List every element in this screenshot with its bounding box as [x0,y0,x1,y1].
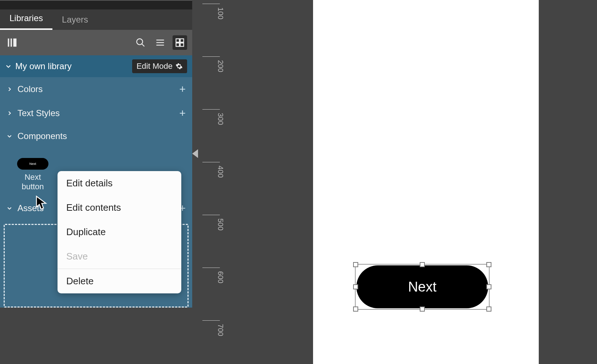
svg-point-3 [137,39,143,45]
svg-rect-11 [180,43,183,46]
selection-outline [355,264,490,310]
canvas-selected-component[interactable]: Next [355,264,490,310]
resize-handle-tm[interactable] [420,262,425,267]
section-components[interactable]: Components [0,125,192,147]
canvas-right-margin [542,0,597,364]
resize-handle-tr[interactable] [486,262,491,267]
component-context-menu: Edit details Edit contents Duplicate Sav… [58,171,181,293]
section-colors-label: Colors [17,84,43,94]
svg-rect-2 [13,39,17,47]
ruler-label: 100 [216,7,225,19]
context-delete[interactable]: Delete [58,269,181,293]
search-icon[interactable] [133,35,148,50]
context-duplicate[interactable]: Duplicate [58,220,181,244]
component-thumb-preview: Next [17,158,48,170]
section-components-label: Components [17,131,67,141]
ruler-label: 300 [216,113,225,125]
collapse-sidebar-caret[interactable] [192,149,198,158]
chevron-down-icon [5,63,12,70]
edit-mode-label: Edit Mode [137,62,173,71]
resize-handle-bl[interactable] [353,306,358,312]
tab-layers[interactable]: Layers [52,9,98,30]
library-name: My own library [15,61,72,71]
ruler-tick [202,215,220,215]
ruler-tick [202,320,220,321]
ruler-tick [202,162,220,162]
resize-handle-ml[interactable] [353,284,358,289]
section-assets-label: Assets [17,203,44,213]
library-panel-icon[interactable] [5,35,20,50]
svg-rect-8 [176,39,179,42]
tab-libraries[interactable]: Libraries [0,8,52,30]
ruler-tick [202,109,220,110]
section-text-styles-label: Text Styles [17,108,60,118]
section-text-styles[interactable]: Text Styles + [0,101,192,125]
ruler-label: 200 [216,60,225,72]
ruler-label: 400 [216,166,225,178]
component-thumb-preview-text: Next [29,162,36,166]
resize-handle-mr[interactable] [486,284,491,289]
resize-handle-bm[interactable] [420,306,425,312]
chevron-down-icon [7,133,13,139]
chevron-right-icon [7,86,13,92]
gear-icon [175,63,183,70]
resize-handle-br[interactable] [486,306,491,312]
ruler-tick [202,4,220,4]
grid-view-icon[interactable] [173,35,187,50]
ruler-label: 600 [216,271,225,283]
edit-mode-badge[interactable]: Edit Mode [132,59,187,73]
svg-rect-1 [11,39,12,47]
chevron-right-icon [7,110,13,116]
section-colors[interactable]: Colors + [0,77,192,101]
resize-handle-tl[interactable] [353,262,358,267]
context-edit-details[interactable]: Edit details [58,171,181,195]
panel-tabs: Libraries Layers [0,9,192,30]
ruler-label: 500 [216,218,225,230]
svg-rect-9 [180,39,183,42]
library-header[interactable]: My own library Edit Mode [0,55,192,77]
context-edit-contents[interactable]: Edit contents [58,195,181,220]
ruler-label: 700 [216,324,225,336]
ruler-tick [202,268,220,268]
svg-rect-10 [176,43,179,46]
library-toolbar [0,30,192,55]
component-thumb-label: Next button [15,173,51,192]
add-color-icon[interactable]: + [179,83,186,95]
component-thumb-next-button[interactable]: Next Next button [15,158,51,192]
add-text-style-icon[interactable]: + [179,107,186,119]
ruler-tick [202,56,220,57]
chevron-down-icon [7,205,13,211]
list-view-icon[interactable] [153,35,167,50]
svg-rect-0 [8,39,9,47]
svg-line-4 [142,44,145,47]
context-save: Save [58,244,181,269]
vertical-ruler: 100200300400500600700 [192,0,306,364]
